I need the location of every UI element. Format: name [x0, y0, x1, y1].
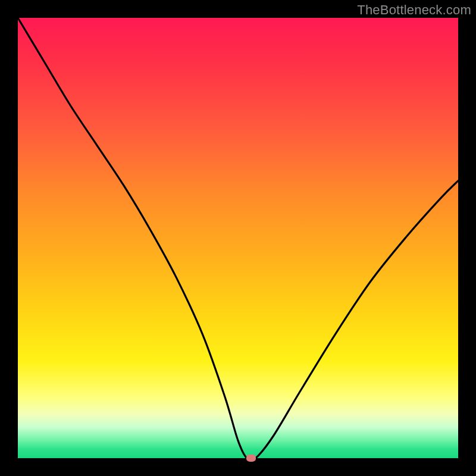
bottleneck-marker	[246, 455, 256, 462]
watermark-text: TheBottleneck.com	[357, 2, 471, 18]
plot-area	[18, 18, 458, 458]
curve-svg	[18, 18, 458, 458]
chart-frame: TheBottleneck.com	[0, 0, 476, 476]
bottleneck-curve-path	[18, 18, 458, 458]
